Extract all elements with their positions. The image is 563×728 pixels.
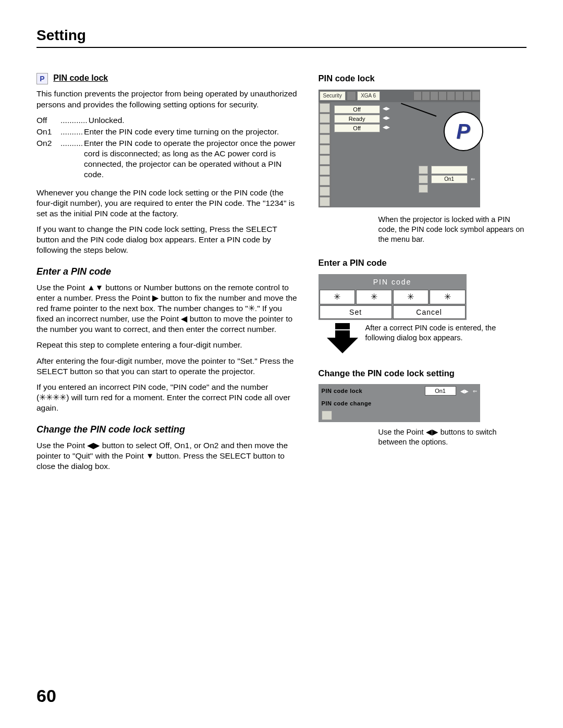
pin-dialog-figure: PIN code ✳ ✳ ✳ ✳ Set Cancel xyxy=(319,274,467,320)
menu-icon xyxy=(455,91,463,101)
option-label: On2 xyxy=(36,138,60,180)
subsection-title: Enter a PIN code xyxy=(36,266,301,278)
para: After entering the four-digit number, mo… xyxy=(36,356,301,377)
pin-icon xyxy=(419,175,428,183)
pin-digit: ✳ xyxy=(356,290,392,304)
figure-title: Enter a PIN code xyxy=(319,257,527,268)
figure-title: Change the PIN code lock setting xyxy=(319,368,527,379)
pin-digit: ✳ xyxy=(430,290,466,304)
pin-lock-icon: P xyxy=(36,73,48,84)
lock-icon xyxy=(419,166,428,174)
figure-caption: Use the Point ◀▶ buttons to switch betwe… xyxy=(319,427,527,447)
figure-caption: When the projector is locked with a PIN … xyxy=(319,215,527,244)
menu-icon xyxy=(472,91,480,101)
cancel-button: Cancel xyxy=(393,305,466,319)
option-desc: Unlocked. xyxy=(88,115,125,126)
side-icon xyxy=(320,176,330,186)
menu-icon xyxy=(430,91,438,101)
menu-icon xyxy=(463,91,472,101)
menu-tab-info: XGA 6 xyxy=(357,91,380,101)
field-label: PIN code lock xyxy=(322,387,421,394)
sub-field: On1 xyxy=(431,175,468,183)
para: Whenever you change the PIN code lock se… xyxy=(36,188,301,219)
down-arrow-icon xyxy=(327,323,358,354)
para: If you want to change the PIN code lock … xyxy=(36,224,301,255)
menu-tab-security: Security xyxy=(320,91,346,101)
side-icon xyxy=(320,166,330,175)
option-desc: Enter the PIN code every time turning on… xyxy=(83,127,279,137)
page-title: Setting xyxy=(36,26,527,45)
pin-symbol-icon: P xyxy=(456,118,470,145)
menu-icon xyxy=(413,91,422,101)
security-menu-figure: Security XGA 6 xyxy=(319,90,480,207)
pointer-icon: ⇐ xyxy=(473,388,477,394)
option-label: Off xyxy=(36,115,60,126)
figure-title: PIN code lock xyxy=(319,73,527,84)
set-button: Set xyxy=(320,305,392,319)
menu-icon xyxy=(347,91,356,101)
para: Use the Point ◀▶ button to select Off, O… xyxy=(36,440,301,472)
page-number: 60 xyxy=(36,684,56,707)
para: Use the Point ▲▼ buttons or Number butto… xyxy=(36,282,301,335)
side-icon xyxy=(320,103,330,113)
change-dialog-figure: PIN code lock On1 ◀▶ ⇐ PIN code change xyxy=(319,384,480,422)
para: If you entered an incorrect PIN code, "P… xyxy=(36,382,301,413)
side-icon xyxy=(320,187,330,196)
para: Repeat this step to complete entering a … xyxy=(36,340,301,350)
zoom-circle: P xyxy=(444,112,483,151)
field-label: PIN code change xyxy=(322,400,477,407)
dialog-title: PIN code xyxy=(319,274,467,290)
pin-digit: ✳ xyxy=(393,290,429,304)
section-title: PIN code lock xyxy=(53,73,108,82)
subsection-title: Change the PIN code lock setting xyxy=(36,424,301,436)
pointer-icon: ⇐ xyxy=(471,176,475,182)
menu-icon xyxy=(447,91,455,101)
side-icon xyxy=(320,155,330,165)
option-desc: Enter the PIN code to operate the projec… xyxy=(83,138,301,180)
option-label: On1 xyxy=(36,127,60,137)
option-list: Off ............ Unlocked. On1 .........… xyxy=(36,115,301,180)
field-value: Off◀▶ xyxy=(334,105,380,114)
exit-icon xyxy=(419,184,428,193)
menu-icon xyxy=(422,91,430,101)
pin-digit: ✳ xyxy=(320,290,356,304)
figure-caption: After a correct PIN code is entered, the… xyxy=(365,323,527,343)
side-icon xyxy=(320,145,330,154)
field-value: Off◀▶ xyxy=(334,124,380,132)
menu-icon xyxy=(438,91,447,101)
field-value: Ready◀▶ xyxy=(334,115,380,123)
lr-arrows-icon: ◀▶ xyxy=(460,388,469,394)
exit-icon xyxy=(322,411,332,420)
sub-field xyxy=(431,166,468,174)
side-icon xyxy=(320,197,330,206)
side-icon xyxy=(320,114,330,123)
side-icon xyxy=(320,134,330,144)
side-icon xyxy=(320,124,330,133)
intro-para: This function prevents the projector fro… xyxy=(36,89,301,109)
field-value: On1 xyxy=(425,386,456,396)
